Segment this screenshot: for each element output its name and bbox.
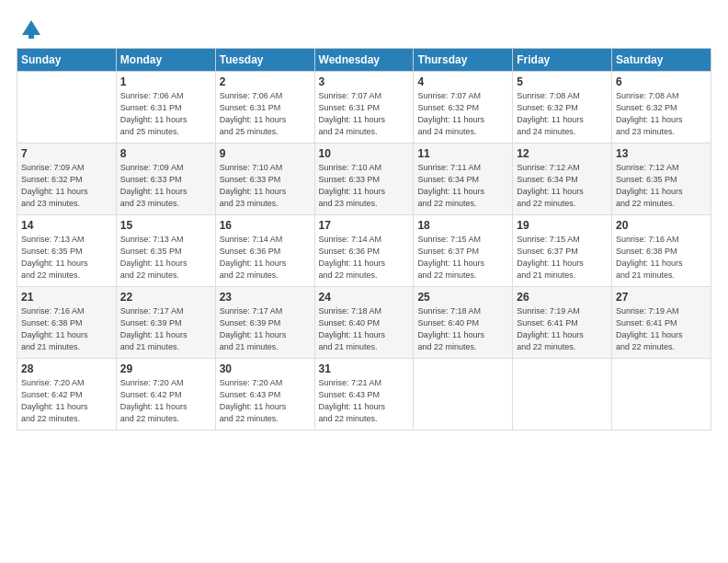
day-info: Sunrise: 7:18 AM Sunset: 6:40 PM Dayligh…	[319, 305, 410, 353]
calendar-cell: 24Sunrise: 7:18 AM Sunset: 6:40 PM Dayli…	[314, 287, 414, 359]
day-number: 7	[21, 147, 112, 160]
day-info: Sunrise: 7:17 AM Sunset: 6:39 PM Dayligh…	[220, 305, 311, 353]
weekday-header: Tuesday	[215, 49, 314, 72]
day-number: 13	[616, 147, 707, 160]
calendar-cell: 25Sunrise: 7:18 AM Sunset: 6:40 PM Dayli…	[414, 287, 513, 359]
day-number: 18	[417, 219, 508, 232]
day-number: 5	[517, 75, 608, 88]
day-number: 14	[21, 219, 112, 232]
day-number: 4	[417, 75, 508, 88]
calendar-cell: 10Sunrise: 7:10 AM Sunset: 6:33 PM Dayli…	[314, 144, 414, 215]
calendar-cell: 27Sunrise: 7:19 AM Sunset: 6:41 PM Dayli…	[612, 287, 711, 359]
day-number: 1	[120, 75, 211, 88]
day-info: Sunrise: 7:20 AM Sunset: 6:42 PM Dayligh…	[120, 377, 211, 425]
day-info: Sunrise: 7:11 AM Sunset: 6:34 PM Dayligh…	[417, 162, 508, 210]
calendar-cell: 26Sunrise: 7:19 AM Sunset: 6:41 PM Dayli…	[513, 287, 612, 359]
calendar-cell: 18Sunrise: 7:15 AM Sunset: 6:37 PM Dayli…	[414, 215, 513, 287]
day-number: 22	[120, 291, 211, 304]
day-number: 6	[616, 75, 707, 88]
calendar-cell: 3Sunrise: 7:07 AM Sunset: 6:31 PM Daylig…	[314, 72, 414, 144]
logo-icon	[18, 17, 44, 42]
day-info: Sunrise: 7:14 AM Sunset: 6:36 PM Dayligh…	[319, 234, 410, 282]
weekday-header: Saturday	[612, 49, 711, 72]
day-info: Sunrise: 7:09 AM Sunset: 6:33 PM Dayligh…	[120, 162, 211, 210]
day-info: Sunrise: 7:08 AM Sunset: 6:32 PM Dayligh…	[517, 90, 608, 138]
calendar-cell: 11Sunrise: 7:11 AM Sunset: 6:34 PM Dayli…	[414, 144, 513, 215]
day-info: Sunrise: 7:09 AM Sunset: 6:32 PM Dayligh…	[21, 162, 112, 210]
day-info: Sunrise: 7:15 AM Sunset: 6:37 PM Dayligh…	[517, 234, 608, 282]
day-number: 29	[120, 362, 211, 375]
calendar-cell: 4Sunrise: 7:07 AM Sunset: 6:32 PM Daylig…	[414, 72, 513, 144]
day-info: Sunrise: 7:20 AM Sunset: 6:42 PM Dayligh…	[21, 377, 112, 425]
calendar-cell: 28Sunrise: 7:20 AM Sunset: 6:42 PM Dayli…	[17, 359, 117, 431]
calendar-cell: 16Sunrise: 7:14 AM Sunset: 6:36 PM Dayli…	[215, 215, 314, 287]
day-number: 10	[319, 147, 410, 160]
day-number: 16	[220, 219, 311, 232]
day-info: Sunrise: 7:12 AM Sunset: 6:34 PM Dayligh…	[517, 162, 608, 210]
calendar-cell: 31Sunrise: 7:21 AM Sunset: 6:43 PM Dayli…	[314, 359, 414, 431]
day-info: Sunrise: 7:21 AM Sunset: 6:43 PM Dayligh…	[319, 377, 410, 425]
calendar-cell: 20Sunrise: 7:16 AM Sunset: 6:38 PM Dayli…	[612, 215, 711, 287]
calendar-week-row: 7Sunrise: 7:09 AM Sunset: 6:32 PM Daylig…	[17, 144, 711, 215]
day-info: Sunrise: 7:13 AM Sunset: 6:35 PM Dayligh…	[21, 234, 112, 282]
calendar-cell	[612, 359, 711, 431]
day-number: 15	[120, 219, 211, 232]
day-number: 26	[517, 291, 608, 304]
day-number: 23	[220, 291, 311, 304]
calendar-cell	[414, 359, 513, 431]
day-info: Sunrise: 7:08 AM Sunset: 6:32 PM Dayligh…	[616, 90, 707, 138]
day-info: Sunrise: 7:16 AM Sunset: 6:38 PM Dayligh…	[616, 234, 707, 282]
calendar-cell	[513, 359, 612, 431]
calendar-cell: 21Sunrise: 7:16 AM Sunset: 6:38 PM Dayli…	[17, 287, 117, 359]
day-number: 8	[120, 147, 211, 160]
day-info: Sunrise: 7:13 AM Sunset: 6:35 PM Dayligh…	[120, 234, 211, 282]
day-number: 28	[21, 362, 112, 375]
day-number: 24	[319, 291, 410, 304]
day-info: Sunrise: 7:16 AM Sunset: 6:38 PM Dayligh…	[21, 305, 112, 353]
day-info: Sunrise: 7:12 AM Sunset: 6:35 PM Dayligh…	[616, 162, 707, 210]
weekday-header: Wednesday	[314, 49, 414, 72]
day-info: Sunrise: 7:07 AM Sunset: 6:31 PM Dayligh…	[319, 90, 410, 138]
calendar-week-row: 1Sunrise: 7:06 AM Sunset: 6:31 PM Daylig…	[17, 72, 711, 144]
day-info: Sunrise: 7:06 AM Sunset: 6:31 PM Dayligh…	[220, 90, 311, 138]
day-number: 21	[21, 291, 112, 304]
calendar-cell: 1Sunrise: 7:06 AM Sunset: 6:31 PM Daylig…	[116, 72, 215, 144]
calendar-cell: 2Sunrise: 7:06 AM Sunset: 6:31 PM Daylig…	[215, 72, 314, 144]
page-container: SundayMondayTuesdayWednesdayThursdayFrid…	[0, 0, 728, 440]
day-info: Sunrise: 7:17 AM Sunset: 6:39 PM Dayligh…	[120, 305, 211, 353]
calendar-cell: 8Sunrise: 7:09 AM Sunset: 6:33 PM Daylig…	[116, 144, 215, 215]
day-info: Sunrise: 7:06 AM Sunset: 6:31 PM Dayligh…	[120, 90, 211, 138]
day-number: 20	[616, 219, 707, 232]
day-number: 12	[517, 147, 608, 160]
calendar-cell: 12Sunrise: 7:12 AM Sunset: 6:34 PM Dayli…	[513, 144, 612, 215]
day-number: 9	[220, 147, 311, 160]
calendar-cell: 30Sunrise: 7:20 AM Sunset: 6:43 PM Dayli…	[215, 359, 314, 431]
calendar-cell: 9Sunrise: 7:10 AM Sunset: 6:33 PM Daylig…	[215, 144, 314, 215]
calendar-cell: 5Sunrise: 7:08 AM Sunset: 6:32 PM Daylig…	[513, 72, 612, 144]
day-info: Sunrise: 7:20 AM Sunset: 6:43 PM Dayligh…	[220, 377, 311, 425]
day-info: Sunrise: 7:19 AM Sunset: 6:41 PM Dayligh…	[616, 305, 707, 353]
calendar-cell: 22Sunrise: 7:17 AM Sunset: 6:39 PM Dayli…	[116, 287, 215, 359]
weekday-header: Monday	[116, 49, 215, 72]
calendar-cell: 15Sunrise: 7:13 AM Sunset: 6:35 PM Dayli…	[116, 215, 215, 287]
calendar-cell: 29Sunrise: 7:20 AM Sunset: 6:42 PM Dayli…	[116, 359, 215, 431]
header	[17, 17, 711, 42]
calendar-week-row: 21Sunrise: 7:16 AM Sunset: 6:38 PM Dayli…	[17, 287, 711, 359]
calendar-cell: 14Sunrise: 7:13 AM Sunset: 6:35 PM Dayli…	[17, 215, 117, 287]
weekday-header: Thursday	[414, 49, 513, 72]
calendar-cell: 6Sunrise: 7:08 AM Sunset: 6:32 PM Daylig…	[612, 72, 711, 144]
day-number: 3	[319, 75, 410, 88]
day-info: Sunrise: 7:15 AM Sunset: 6:37 PM Dayligh…	[417, 234, 508, 282]
day-number: 19	[517, 219, 608, 232]
day-info: Sunrise: 7:19 AM Sunset: 6:41 PM Dayligh…	[517, 305, 608, 353]
day-info: Sunrise: 7:10 AM Sunset: 6:33 PM Dayligh…	[220, 162, 311, 210]
day-info: Sunrise: 7:10 AM Sunset: 6:33 PM Dayligh…	[319, 162, 410, 210]
day-number: 2	[220, 75, 311, 88]
weekday-header: Sunday	[17, 49, 117, 72]
calendar-cell	[17, 72, 117, 144]
calendar-cell: 19Sunrise: 7:15 AM Sunset: 6:37 PM Dayli…	[513, 215, 612, 287]
calendar-week-row: 28Sunrise: 7:20 AM Sunset: 6:42 PM Dayli…	[17, 359, 711, 431]
svg-marker-0	[22, 20, 40, 35]
calendar-cell: 13Sunrise: 7:12 AM Sunset: 6:35 PM Dayli…	[612, 144, 711, 215]
day-number: 17	[319, 219, 410, 232]
